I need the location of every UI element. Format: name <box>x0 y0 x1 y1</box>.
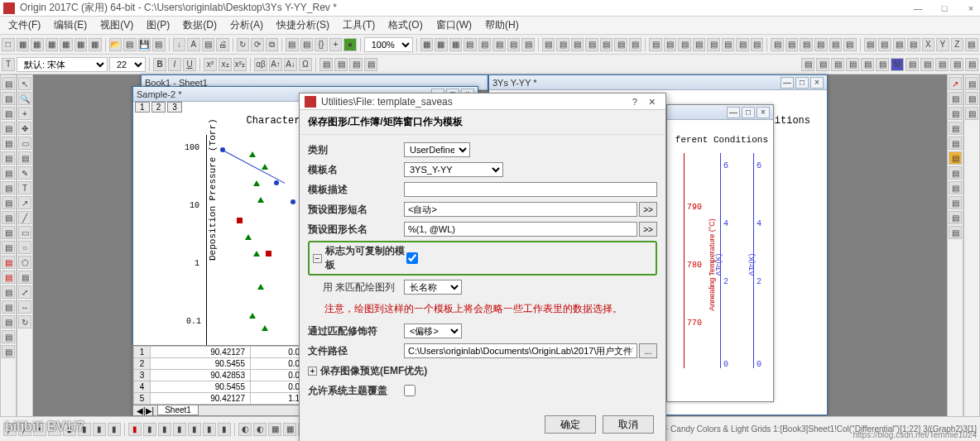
rt1-c[interactable]: ▤ <box>949 107 962 120</box>
import-wizard-icon[interactable]: ↓ <box>173 38 186 51</box>
select-icon[interactable]: ▭ <box>18 137 31 150</box>
lt1-n[interactable]: ▤ <box>2 271 15 284</box>
preset-long-more-button[interactable]: >> <box>639 222 657 237</box>
tb-icon-b[interactable]: ▦ <box>435 38 448 51</box>
zoom-combo[interactable]: 100% <box>364 37 413 52</box>
sub-min[interactable]: — <box>727 107 740 118</box>
tb-icon-y-col[interactable]: Y <box>936 38 949 51</box>
tb-icon-u[interactable]: ▤ <box>722 38 735 51</box>
menu-analysis[interactable]: 分析(A) <box>225 17 268 34</box>
lt1-s[interactable]: ▤ <box>2 345 15 358</box>
menu-file[interactable]: 文件(F) <box>3 17 46 34</box>
window-maximize[interactable]: □ <box>939 3 950 13</box>
rt1-e[interactable]: ▤ <box>949 137 962 150</box>
tb-icon-f[interactable]: ▤ <box>492 38 506 51</box>
match-col-select[interactable]: 长名称 <box>404 280 462 295</box>
supsub-icon[interactable]: x²₂ <box>233 58 247 71</box>
tb-icon-x[interactable]: ▤ <box>771 38 784 51</box>
preset-long-input[interactable] <box>404 222 637 237</box>
circle-icon[interactable]: ○ <box>18 241 31 254</box>
code-builder-icon[interactable]: {} <box>315 38 328 51</box>
italic-icon[interactable]: I <box>168 58 181 71</box>
new-workbook-icon[interactable]: ▦ <box>17 38 30 51</box>
tb-icon-s[interactable]: ▤ <box>693 38 706 51</box>
add-column-icon[interactable]: + <box>329 38 343 51</box>
sb-l[interactable]: ▮ <box>173 423 186 436</box>
dec-font-icon[interactable]: A↓ <box>284 58 297 71</box>
tb-icon-z[interactable]: ▤ <box>800 38 813 51</box>
tb-icon-o[interactable]: ▤ <box>629 38 642 51</box>
menu-tools[interactable]: 工具(T) <box>338 17 380 34</box>
greek-icon[interactable]: αβ <box>254 58 267 71</box>
sb-n[interactable]: ▮ <box>203 423 216 436</box>
tb-icon-ab[interactable]: ▤ <box>829 38 843 51</box>
layer-tab-3[interactable]: 3 <box>167 102 182 113</box>
tb-icon-k[interactable]: ▤ <box>571 38 584 51</box>
new-layout-icon[interactable]: ▦ <box>74 38 88 51</box>
tb-icon-ae[interactable]: ▤ <box>878 38 891 51</box>
sup-icon[interactable]: x² <box>204 58 217 71</box>
rt1-i[interactable]: ▤ <box>949 196 962 209</box>
sub-close[interactable]: × <box>757 107 770 118</box>
tb-icon-af[interactable]: ▤ <box>893 38 906 51</box>
digitizer-icon[interactable]: ● <box>343 38 357 51</box>
fmt-e[interactable]: ▤ <box>801 58 814 71</box>
open-icon[interactable]: 📂 <box>109 38 122 51</box>
rect-icon[interactable]: ▭ <box>18 226 31 239</box>
data-reader-icon[interactable]: ✥ <box>18 122 31 135</box>
menu-help[interactable]: 帮助(H) <box>480 17 524 34</box>
preset-short-input[interactable] <box>404 202 637 217</box>
reader-icon[interactable]: + <box>18 107 31 120</box>
tb-icon-ac[interactable]: ▤ <box>843 38 857 51</box>
text-tool-icon[interactable]: T <box>2 58 15 71</box>
menu-data[interactable]: 数据(D) <box>178 17 222 34</box>
template-desc-input[interactable] <box>404 182 657 197</box>
tb-icon-ag[interactable]: ▤ <box>907 38 920 51</box>
template-name-combo[interactable]: 3YS_Y-YY <box>404 162 503 177</box>
tb-icon-y[interactable]: ▤ <box>785 38 799 51</box>
lt1-i[interactable]: ▤ <box>2 196 15 209</box>
open-template-icon[interactable]: ▤ <box>123 38 137 51</box>
tb-icon-c[interactable]: ▦ <box>449 38 463 51</box>
fmt-j[interactable]: ▤ <box>876 58 889 71</box>
fmt-n[interactable]: ▤ <box>935 58 949 71</box>
rotate-icon[interactable]: ↻ <box>18 315 31 328</box>
tb-icon-l[interactable]: ▤ <box>585 38 598 51</box>
new-matrix-icon[interactable]: ▦ <box>60 38 73 51</box>
duplicate-icon[interactable]: ⧉ <box>266 38 279 51</box>
lt1-c[interactable]: ▤ <box>2 107 15 120</box>
refresh-icon[interactable]: ↻ <box>237 38 250 51</box>
tb-icon-ad[interactable]: ▤ <box>864 38 877 51</box>
tb-icon-q[interactable]: ▤ <box>664 38 677 51</box>
fmt-h[interactable]: ▤ <box>846 58 859 71</box>
dialog-help-button[interactable]: ? <box>626 97 644 107</box>
tb-icon-p[interactable]: ▤ <box>649 38 662 51</box>
rescale-icon[interactable]: ↔ <box>18 300 31 314</box>
arrow-icon[interactable]: ↗ <box>18 196 31 209</box>
fmt-m[interactable]: ▤ <box>920 58 934 71</box>
poly-icon[interactable]: ⬠ <box>18 256 31 269</box>
tb-icon-v[interactable]: ▤ <box>736 38 749 51</box>
lt1-q[interactable]: ▤ <box>2 315 15 328</box>
new-project-icon[interactable]: □ <box>2 38 15 51</box>
results-log-icon[interactable]: ▤ <box>300 38 314 51</box>
menu-window[interactable]: 窗口(W) <box>431 17 477 34</box>
sb-s[interactable]: ▦ <box>283 423 296 436</box>
category-select[interactable]: UserDefined <box>404 142 470 157</box>
recalc-icon[interactable]: ⟳ <box>251 38 264 51</box>
fmt-d[interactable]: ▤ <box>364 58 377 71</box>
preset-short-more-button[interactable]: >> <box>639 202 657 217</box>
fmt-k[interactable]: M <box>891 58 904 71</box>
graph-right-close[interactable]: × <box>810 77 824 89</box>
fmt-g[interactable]: ▤ <box>831 58 844 71</box>
lt1-d[interactable]: ▤ <box>2 122 15 135</box>
tree-expand-icon[interactable]: + <box>308 367 317 376</box>
tb-icon-aa[interactable]: ▤ <box>814 38 828 51</box>
lt1-j[interactable]: ▤ <box>2 211 15 224</box>
save-icon[interactable]: 💾 <box>138 38 151 51</box>
region-icon[interactable]: ▤ <box>18 271 31 284</box>
underline-icon[interactable]: U <box>183 58 196 71</box>
bold-icon[interactable]: B <box>153 58 166 71</box>
print-icon[interactable]: 🖨 <box>216 38 229 51</box>
lt1-h[interactable]: ▤ <box>2 181 15 194</box>
